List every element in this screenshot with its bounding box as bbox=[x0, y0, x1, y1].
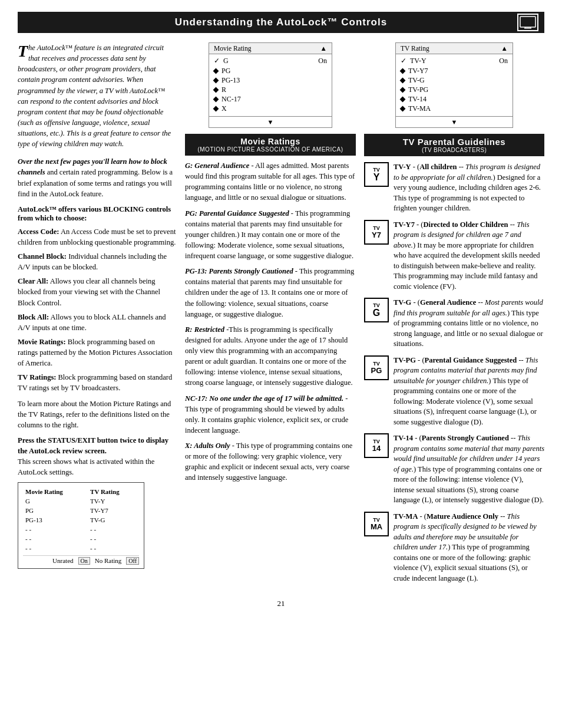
table-header-row: Movie Rating TV Rating bbox=[24, 487, 138, 496]
table-row: - - - - bbox=[24, 544, 138, 552]
unrated-label: Unrated bbox=[52, 557, 73, 565]
y7-code: Y7 bbox=[372, 231, 381, 239]
row5-col1: - - bbox=[24, 535, 83, 543]
tv-y-badge: TV Y bbox=[364, 162, 389, 187]
movie-rating-header: Movie Rating ▲ bbox=[209, 43, 332, 54]
movie-rating-x-desc: X: Adults Only - This type of programmin… bbox=[185, 440, 356, 483]
movie-rating-nc17: NC-17 bbox=[214, 95, 327, 104]
motion-note: To learn more about the Motion Picture R… bbox=[18, 398, 177, 430]
on-label: On bbox=[78, 557, 90, 565]
drop-cap: T bbox=[18, 45, 28, 58]
page-title: Understanding the AutoLock™ Controls bbox=[175, 17, 387, 28]
table-row: PG TV-Y7 bbox=[24, 506, 138, 515]
movie-rating-r-desc: R: Restricted -This is programming is sp… bbox=[185, 324, 356, 388]
table-row: G TV-Y bbox=[24, 497, 138, 505]
movie-rating-nc17-desc: NC-17: No one under the age of 17 will b… bbox=[185, 393, 356, 436]
def-movie-ratings: Movie Ratings: Block programming based o… bbox=[18, 337, 177, 368]
tv-rating-14: TV-14 bbox=[401, 95, 508, 104]
g-code: G bbox=[373, 308, 380, 318]
diamond-icon bbox=[400, 97, 406, 103]
row6-col1: - - bbox=[24, 544, 83, 552]
movie-rating-r: R bbox=[214, 85, 327, 94]
tv-y-text: TV-Y - (All children -- This program is … bbox=[394, 162, 544, 214]
blocking-intro: Over the next few pages you'll learn how… bbox=[18, 156, 177, 199]
tv-selected-rating: TV-Y bbox=[410, 57, 427, 65]
page-number: 21 bbox=[18, 599, 544, 608]
definition-list: Access Code: An Access Code must be set … bbox=[18, 226, 177, 394]
tv-rating-body: ✓ TV-Y On TV-Y7 TV-G TV-PG bbox=[396, 54, 513, 116]
tv-rating-y7: TV-Y7 bbox=[401, 67, 508, 75]
row4-col1: - - bbox=[24, 525, 83, 533]
tv-rating-box: TV Rating ▲ ✓ TV-Y On TV-Y7 TV-G bbox=[395, 42, 513, 128]
on-indicator: On bbox=[318, 57, 327, 65]
movie-ratings-title-bar: Movie Ratings (Motion Picture Associatio… bbox=[185, 134, 356, 156]
movie-rating-footer: ▼ bbox=[209, 116, 332, 127]
tv-rating-pg: TV-PG bbox=[401, 85, 508, 94]
table-row: - - - - bbox=[24, 525, 138, 533]
movie-ratings-title: Movie Ratings bbox=[191, 137, 350, 146]
col1-header: Movie Rating bbox=[24, 487, 83, 496]
tv-on-indicator: On bbox=[499, 57, 508, 65]
tv-ma-item: TV MA TV-MA - (Mature Audience Only -- T… bbox=[364, 512, 544, 584]
movie-rating-pg: PG bbox=[214, 67, 327, 75]
tv-g-item: TV G TV-G - (General Audience -- Most pa… bbox=[364, 298, 544, 350]
diamond-icon bbox=[213, 87, 219, 93]
diamond-icon bbox=[213, 97, 219, 103]
diamond-icon bbox=[213, 68, 219, 74]
pg-code: PG bbox=[371, 367, 382, 374]
tv-rating-label: TV Rating bbox=[401, 45, 429, 52]
movie-rating-pg13-desc: PG-13: Parents Strongly Cautioned - This… bbox=[185, 266, 356, 319]
tv-pg-item: TV PG TV-PG - (Parental Guidance Suggest… bbox=[364, 355, 544, 428]
diamond-icon bbox=[400, 78, 406, 84]
movie-rating-g: G: General Audience - All ages admitted.… bbox=[185, 160, 356, 203]
arrow-up-icon: ▲ bbox=[320, 45, 327, 52]
row4-col2: - - bbox=[84, 525, 138, 533]
tv-ma-text: TV-MA - (Mature Audience Only -- This pr… bbox=[394, 512, 544, 584]
intro-paragraph: The AutoLock™ feature is an integrated c… bbox=[18, 42, 177, 149]
def-tv-ratings: TV Ratings: Block programming based on s… bbox=[18, 372, 177, 393]
col2-header: TV Rating bbox=[84, 487, 138, 496]
tv-selected-row: ✓ TV-Y On bbox=[401, 57, 508, 65]
tv-arrow-up-icon: ▲ bbox=[501, 45, 508, 52]
tv-checkmark-icon: ✓ bbox=[401, 57, 406, 65]
selected-rating: G bbox=[223, 57, 229, 65]
def-clear-all: Clear All: Allows you clear all channels… bbox=[18, 276, 177, 308]
tv-y-item: TV Y TV-Y - (All children -- This progra… bbox=[364, 162, 544, 214]
tv-y7-badge: TV Y7 bbox=[364, 220, 389, 245]
row2-col1: PG bbox=[24, 506, 83, 515]
checkmark-icon: ✓ bbox=[214, 57, 220, 65]
diamond-icon bbox=[213, 78, 219, 84]
movie-rating-pg-desc: PG: Parental Guidance Suggested - This p… bbox=[185, 208, 356, 262]
diamond-icon bbox=[213, 106, 219, 112]
arrow-down-icon: ▼ bbox=[267, 118, 274, 126]
blocking-section-title: AutoLock™ offers various BLOCKING contro… bbox=[18, 205, 177, 223]
diamond-icon bbox=[400, 68, 406, 74]
movie-ratings-subtitle: (Motion Picture Association of America) bbox=[191, 146, 350, 153]
tv-rating-g: TV-G bbox=[401, 76, 508, 85]
table-row: PG-13 TV-G bbox=[24, 516, 138, 524]
status-note: Press the STATUS/EXIT button twice to di… bbox=[18, 435, 177, 478]
svg-rect-0 bbox=[520, 17, 535, 27]
tv-14-text: TV-14 - (Parents Strongly Cautioned -- T… bbox=[394, 433, 544, 506]
y-code: Y bbox=[373, 173, 380, 182]
diamond-icon bbox=[400, 87, 406, 93]
def-block-all: Block All: Allows you to block ALL chann… bbox=[18, 312, 177, 333]
off-label: Off bbox=[126, 557, 139, 565]
tv-rating-footer: ▼ bbox=[396, 116, 513, 127]
row2-col2: TV-Y7 bbox=[84, 506, 138, 515]
table-row: - - - - bbox=[24, 535, 138, 543]
tv-pg-badge: TV PG bbox=[364, 355, 389, 380]
ma-code: MA bbox=[371, 523, 382, 531]
row1-col2: TV-Y bbox=[84, 497, 138, 505]
tv-y7-item: TV Y7 TV-Y7 - (Directed to Older Childre… bbox=[364, 220, 544, 292]
tv-14-badge: TV 14 bbox=[364, 433, 389, 458]
tv-g-badge: TV G bbox=[364, 298, 389, 322]
movie-rating-pg13: PG-13 bbox=[214, 76, 327, 85]
tv-icon bbox=[517, 14, 538, 31]
row3-col2: TV-G bbox=[84, 516, 138, 524]
middle-column: Movie Rating ▲ ✓ G On PG PG-13 bbox=[185, 42, 356, 589]
tv-parental-subtitle: (TV Broadcasters) bbox=[370, 147, 538, 153]
movie-selected-row: ✓ G On bbox=[214, 57, 327, 65]
screen-footer: Unrated On No Rating Off bbox=[23, 555, 139, 565]
tv-y7-text: TV-Y7 - (Directed to Older Children -- T… bbox=[394, 220, 544, 292]
